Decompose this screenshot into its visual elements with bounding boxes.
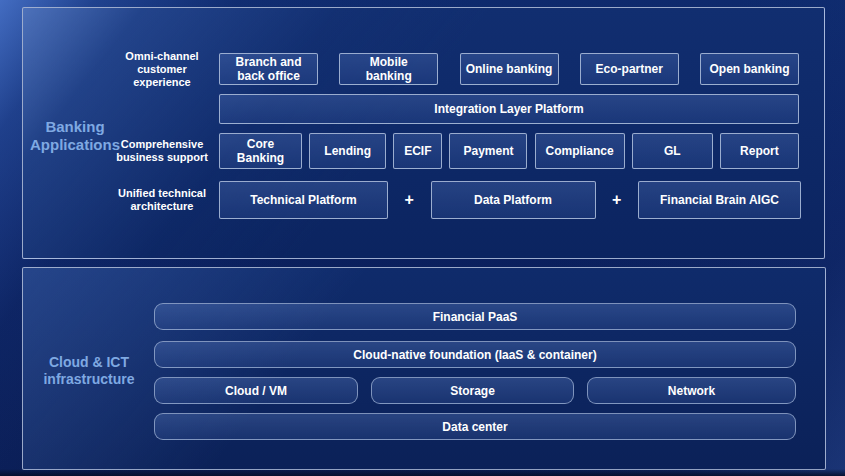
support-box-row: Core Banking Lending ECIF Payment Compli… (219, 133, 799, 169)
box-financial-brain-aigc: Financial Brain AIGC (638, 181, 801, 219)
box-cloud-vm: Cloud / VM (154, 377, 358, 404)
box-open-banking: Open banking (700, 53, 799, 85)
box-gl: GL (632, 133, 713, 169)
box-ecif: ECIF (393, 133, 442, 169)
box-payment: Payment (449, 133, 527, 169)
cloud-ict-panel: Cloud & ICT infrastructure Financial Paa… (22, 267, 826, 470)
box-branch-back-office: Branch and back office (219, 53, 318, 85)
box-online-banking: Online banking (460, 53, 559, 85)
row-label-business-support: Comprehensive business support (107, 138, 217, 164)
row-label-omni-channel: Omni-channel customer experience (107, 50, 217, 89)
box-data-platform: Data Platform (431, 181, 596, 219)
plus-sign: + (612, 191, 621, 209)
architecture-diagram: Banking Applications Omni-channel custom… (0, 0, 845, 476)
box-mobile-banking: Mobile banking (339, 53, 438, 85)
box-storage: Storage (371, 377, 574, 404)
banking-applications-panel: Banking Applications Omni-channel custom… (22, 7, 825, 259)
architecture-box-row: Technical Platform + Data Platform + Fin… (219, 181, 801, 219)
channel-box-row: Branch and back office Mobile banking On… (219, 53, 799, 85)
bottom-edge-shade (0, 469, 845, 476)
box-integration-layer-platform: Integration Layer Platform (219, 94, 799, 124)
integration-row: Integration Layer Platform (219, 94, 799, 124)
box-data-center: Data center (154, 413, 796, 440)
row-label-technical-architecture: Unified technical architecture (107, 187, 217, 213)
box-eco-partner: Eco-partner (580, 53, 679, 85)
box-financial-paas: Financial PaaS (154, 303, 796, 330)
box-core-banking: Core Banking (219, 133, 302, 169)
cloud-panel-title: Cloud & ICT infrastructure (33, 354, 145, 388)
box-compliance: Compliance (535, 133, 625, 169)
box-cloud-native-foundation: Cloud-native foundation (IaaS & containe… (154, 341, 796, 368)
plus-sign: + (405, 191, 414, 209)
box-technical-platform: Technical Platform (219, 181, 388, 219)
box-lending: Lending (309, 133, 386, 169)
box-network: Network (587, 377, 796, 404)
box-report: Report (720, 133, 799, 169)
